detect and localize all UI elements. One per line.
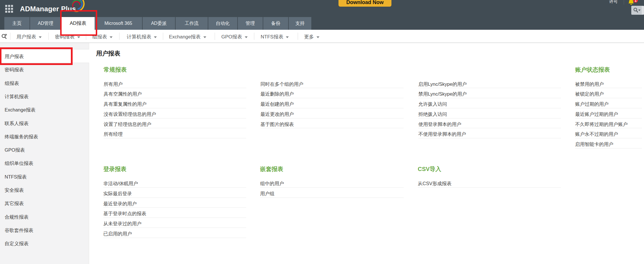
svg-text:1: 1 [635, 0, 637, 3]
